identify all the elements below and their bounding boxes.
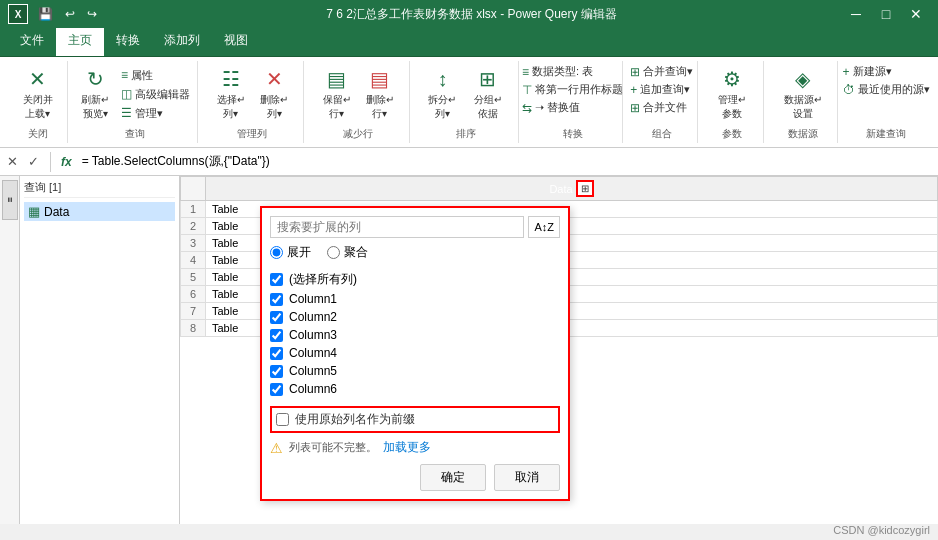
- col-checkbox-1[interactable]: [270, 293, 283, 306]
- col-checkbox-label-4: Column4: [289, 346, 337, 360]
- recent-sources-btn[interactable]: ⏱ 最近使用的源▾: [839, 81, 934, 98]
- save-quick-btn[interactable]: 💾: [34, 5, 57, 23]
- column-checkbox-list: (选择所有列) Column1 Column2 Column3 Column4 …: [270, 269, 560, 398]
- expand-radio-label[interactable]: 展开: [270, 244, 311, 261]
- query-item-data[interactable]: ▦ Data: [24, 202, 175, 221]
- append-query-label: 追加查询▾: [640, 82, 690, 97]
- close-load-btn[interactable]: ✕ 关闭并 上载▾: [17, 63, 59, 125]
- tab-file[interactable]: 文件: [8, 28, 56, 56]
- datasource-settings-label: 数据源↵设置: [782, 93, 823, 121]
- ribbon-tabs: 文件 主页 转换 添加列 视图: [0, 28, 938, 56]
- col-checkbox-2[interactable]: [270, 311, 283, 324]
- group-new-query-label: 新建查询: [866, 125, 906, 141]
- col-checkbox-4[interactable]: [270, 347, 283, 360]
- prefix-checkbox[interactable]: [276, 413, 289, 426]
- new-query-stack: + 新建源▾ ⏱ 最近使用的源▾: [839, 63, 934, 98]
- replace-values-btn[interactable]: ⇆ ➝ 替换值: [518, 99, 627, 116]
- checkbox-item: Column3: [270, 326, 560, 344]
- window-title: 7 6 2汇总多工作表财务数据 xlsx - Power Query 编辑器: [101, 6, 842, 23]
- sidebar-toggle: ≡: [0, 176, 20, 524]
- quick-access-toolbar: 💾 ↩ ↪: [34, 5, 101, 23]
- confirm-btn[interactable]: 确定: [420, 464, 486, 491]
- col-checkbox-0[interactable]: [270, 273, 283, 286]
- tab-add-column[interactable]: 添加列: [152, 28, 212, 56]
- remove-cols-btn[interactable]: ✕ 删除↵列▾: [253, 63, 294, 125]
- expand-radio-text: 展开: [287, 244, 311, 261]
- col-checkbox-label-0: (选择所有列): [289, 271, 357, 288]
- row-num-cell: 6: [181, 286, 206, 303]
- group-close: ✕ 关闭并 上载▾ 关闭: [8, 61, 68, 143]
- prefix-row: 使用原始列名作为前缀: [270, 406, 560, 433]
- col-checkbox-6[interactable]: [270, 383, 283, 396]
- tab-home[interactable]: 主页: [56, 28, 104, 56]
- col-checkbox-5[interactable]: [270, 365, 283, 378]
- warning-text: 列表可能不完整。: [289, 440, 377, 455]
- split-col-btn[interactable]: ↕ 拆分↵列▾: [422, 64, 464, 125]
- restore-btn[interactable]: □: [872, 5, 900, 23]
- replace-values-label: ➝ 替换值: [535, 100, 580, 115]
- merge-query-btn[interactable]: ⊞ 合并查询▾: [626, 63, 697, 80]
- remove-rows-btn[interactable]: ▤ 删除↵行▾: [359, 63, 400, 125]
- data-type-btn[interactable]: ≡ 数据类型: 表: [518, 63, 627, 80]
- formula-input[interactable]: [78, 154, 934, 170]
- aggregate-radio-label[interactable]: 聚合: [327, 244, 368, 261]
- expand-mode-radio: 展开 聚合: [270, 244, 560, 261]
- new-source-btn[interactable]: + 新建源▾: [839, 63, 934, 80]
- group-sort: ↕ 拆分↵列▾ ⊞ 分组↵依据 排序: [414, 61, 520, 143]
- close-btn[interactable]: ✕: [902, 5, 930, 23]
- datasource-settings-icon: ◈: [795, 67, 810, 91]
- group-by-btn[interactable]: ⊞ 分组↵依据: [465, 63, 510, 125]
- new-source-label: 新建源▾: [853, 64, 892, 79]
- queries-panel-toggle[interactable]: ≡: [2, 180, 18, 220]
- undo-quick-btn[interactable]: ↩: [61, 5, 79, 23]
- column-search-input[interactable]: [270, 216, 524, 238]
- load-more-link[interactable]: 加载更多: [383, 439, 431, 456]
- tab-transform[interactable]: 转换: [104, 28, 152, 56]
- row-num-header: [181, 177, 206, 201]
- manage-label: 管理▾: [135, 106, 163, 121]
- group-close-label: 关闭: [28, 125, 48, 141]
- expand-column-btn[interactable]: ⊞: [576, 180, 594, 197]
- manage-params-btn[interactable]: ⚙ 管理↵参数: [710, 63, 755, 125]
- manage-btn[interactable]: ☰ 管理▾: [117, 105, 194, 122]
- col-header-data-label: Data: [549, 183, 572, 195]
- main-area: ≡ 查询 [1] ▦ Data Data ⊞: [0, 176, 938, 524]
- col-checkbox-label-1: Column1: [289, 292, 337, 306]
- minimize-btn[interactable]: ─: [842, 5, 870, 23]
- formula-controls: ✕ ✓: [4, 154, 42, 169]
- first-row-header-btn[interactable]: ⊤ 将第一行用作标题: [518, 81, 627, 98]
- formula-cancel-btn[interactable]: ✕: [4, 154, 21, 169]
- checkbox-item: Column4: [270, 344, 560, 362]
- window-controls: ─ □ ✕: [842, 5, 930, 23]
- formula-confirm-btn[interactable]: ✓: [25, 154, 42, 169]
- manage-params-icon: ⚙: [723, 67, 741, 91]
- expand-radio[interactable]: [270, 246, 283, 259]
- warning-icon: ⚠: [270, 440, 283, 456]
- redo-quick-btn[interactable]: ↪: [83, 5, 101, 23]
- group-combine: ⊞ 合并查询▾ + 追加查询▾ ⊞ 合并文件 组合: [627, 61, 698, 143]
- properties-btn[interactable]: ≡ 属性: [117, 67, 194, 84]
- keep-rows-btn[interactable]: ▤ 保留↵行▾: [316, 63, 357, 125]
- merge-files-btn[interactable]: ⊞ 合并文件: [626, 99, 697, 116]
- aggregate-radio[interactable]: [327, 246, 340, 259]
- col-checkbox-3[interactable]: [270, 329, 283, 342]
- remove-cols-label: 删除↵列▾: [259, 93, 288, 121]
- transform-stack: ≡ 数据类型: 表 ⊤ 将第一行用作标题 ⇆ ➝ 替换值: [518, 63, 627, 116]
- cancel-btn[interactable]: 取消: [494, 464, 560, 491]
- checkbox-item: Column6: [270, 380, 560, 398]
- reduce-rows-btns: ▤ 保留↵行▾ ▤ 删除↵行▾: [316, 63, 401, 125]
- sort-btn[interactable]: A↕Z: [528, 216, 560, 238]
- tab-view[interactable]: 视图: [212, 28, 260, 56]
- refresh-btn[interactable]: ↻ 刷新↵预览▾: [75, 63, 115, 125]
- group-reduce-rows: ▤ 保留↵行▾ ▤ 删除↵行▾ 减少行: [308, 61, 410, 143]
- datasource-settings-btn[interactable]: ◈ 数据源↵设置: [776, 63, 829, 125]
- split-col-label: 拆分↵列▾: [428, 93, 458, 121]
- group-transform-label: 转换: [563, 125, 583, 141]
- recent-sources-label: 最近使用的源▾: [858, 82, 930, 97]
- select-cols-btn[interactable]: ☷ 选择↵列▾: [210, 63, 251, 125]
- append-query-btn[interactable]: + 追加查询▾: [626, 81, 697, 98]
- advanced-editor-btn[interactable]: ◫ 高级编辑器: [117, 86, 194, 103]
- split-col-icon: ↕: [437, 68, 447, 91]
- data-type-label: 数据类型: 表: [532, 64, 593, 79]
- row-num-cell: 2: [181, 218, 206, 235]
